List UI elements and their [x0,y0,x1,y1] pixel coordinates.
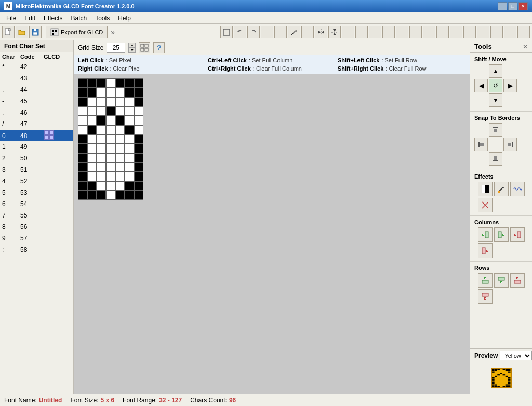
pixel-cell[interactable] [78,172,87,181]
tb-btn-mirror-h[interactable] [315,26,327,38]
pixel-cell[interactable] [106,153,115,163]
pixel-cell[interactable] [87,78,97,88]
tb-btn-3[interactable] [261,26,273,38]
pixel-cell[interactable] [134,144,143,153]
char-row[interactable]: 553 [0,187,73,198]
pixel-cell[interactable] [115,144,125,153]
pixel-cell[interactable] [97,144,106,153]
char-row[interactable]: 654 [0,198,73,210]
grid-size-spinner[interactable]: ▲ ▼ [128,43,136,53]
pixel-cell[interactable] [87,172,97,181]
char-row[interactable]: 149 [0,141,73,153]
char-row[interactable]: 755 [0,210,73,221]
col-add-left-button[interactable] [478,227,493,242]
col-add-right-button[interactable] [494,227,509,242]
pixel-cell[interactable] [78,153,87,163]
tb-btn-4[interactable] [274,26,287,38]
open-button[interactable] [16,26,28,38]
char-row[interactable]: 856 [0,221,73,233]
pixel-cell[interactable] [106,134,115,144]
char-list[interactable]: *42+43,44-45.46/470481492503514525536547… [0,61,73,394]
pixel-cell[interactable] [106,163,115,172]
pixel-cell[interactable] [115,116,125,125]
pixel-cell[interactable] [78,125,87,134]
pixel-cell[interactable] [87,144,97,153]
pixel-cell[interactable] [125,153,134,163]
char-row[interactable]: 452 [0,175,73,187]
tb-btn-9[interactable] [396,26,408,38]
pixel-cell[interactable] [134,88,143,97]
row-add-top-button[interactable] [478,273,493,288]
char-row[interactable]: *42 [0,61,73,73]
char-row[interactable]: 957 [0,233,73,244]
menu-edit[interactable]: Edit [20,13,39,23]
pixel-cell[interactable] [134,134,143,144]
snap-left-button[interactable] [474,138,488,151]
tools-close-button[interactable]: ✕ [523,43,528,50]
tb-btn-6[interactable] [355,26,368,38]
pixel-cell[interactable] [87,181,97,191]
pixel-cell[interactable] [115,97,125,106]
pixel-cell[interactable] [125,181,134,191]
shift-up-button[interactable]: ▲ [489,64,502,78]
pixel-cell[interactable] [97,172,106,181]
tb-btn-undo[interactable] [234,26,246,38]
pixel-cell[interactable] [106,125,115,134]
pixel-cell[interactable] [115,181,125,191]
pixel-cell[interactable] [78,88,87,97]
tb-btn-fill[interactable] [301,26,314,38]
row-add-bottom-button[interactable] [494,273,509,288]
snap-right-button[interactable] [503,138,517,151]
pixel-cell[interactable] [125,172,134,181]
row-del-bottom-button[interactable] [478,289,493,304]
pixel-cell[interactable] [97,97,106,106]
help-button[interactable]: ? [153,42,165,53]
snap-bottom-button[interactable] [489,152,502,166]
pixel-cell[interactable] [78,163,87,172]
pixel-cell[interactable] [134,116,143,125]
pixel-cell[interactable] [97,181,106,191]
toolbar-arrow[interactable]: » [109,28,117,36]
spin-down[interactable]: ▼ [128,48,136,53]
char-row[interactable]: .46 [0,107,73,118]
pixel-grid[interactable] [78,78,143,200]
pixel-cell[interactable] [115,163,125,172]
pixel-cell[interactable] [125,78,134,88]
pixel-cell[interactable] [125,163,134,172]
pixel-cell[interactable] [78,97,87,106]
pixel-cell[interactable] [78,181,87,191]
pixel-cell[interactable] [87,191,97,200]
pixel-cell[interactable] [115,106,125,116]
pixel-cell[interactable] [125,88,134,97]
pixel-cell[interactable] [87,106,97,116]
pixel-cell[interactable] [134,78,143,88]
menu-batch[interactable]: Batch [67,13,91,23]
pixel-cell[interactable] [115,125,125,134]
shift-right-button[interactable]: ▶ [503,79,517,92]
tb-btn-5[interactable] [342,26,354,38]
char-row[interactable]: 250 [0,153,73,164]
minimize-button[interactable]: _ [498,2,507,10]
pixel-cell[interactable] [125,134,134,144]
pixel-cell[interactable] [106,191,115,200]
row-del-top-button[interactable] [510,273,525,288]
pixel-cell[interactable] [134,97,143,106]
pixel-cell[interactable] [97,134,106,144]
char-row[interactable]: /47 [0,118,73,130]
tb-btn-8[interactable] [382,26,395,38]
tb-btn-12[interactable] [436,26,449,38]
pixel-cell[interactable] [78,78,87,88]
pixel-cell[interactable] [115,172,125,181]
close-button[interactable]: × [518,2,528,10]
effect-wave-button[interactable] [510,182,525,196]
pixel-cell[interactable] [106,97,115,106]
tb-btn-17[interactable] [504,26,516,38]
menu-effects[interactable]: Effects [39,13,66,23]
pixel-cell[interactable] [87,134,97,144]
effect-4-button[interactable] [478,198,493,212]
pixel-cell[interactable] [87,97,97,106]
snap-top-button[interactable] [489,123,502,137]
pixel-cell[interactable] [106,181,115,191]
pixel-cell[interactable] [115,88,125,97]
save-button[interactable] [29,26,42,38]
